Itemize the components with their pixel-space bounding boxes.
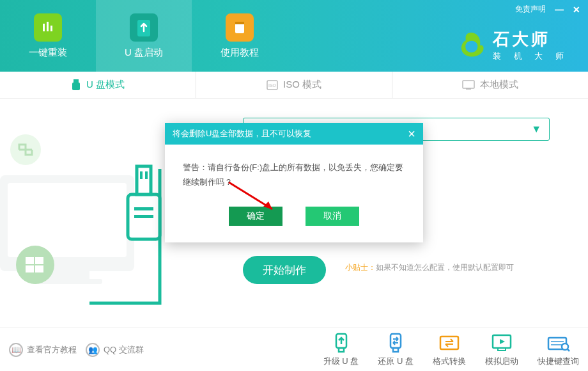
confirm-dialog: 将会删除U盘全部数据，且不可以恢复 × 警告：请自行备份(F:)盘上的所有数据，… [165,123,423,242]
dialog-header: 将会删除U盘全部数据，且不可以恢复 × [165,123,423,145]
dialog-body: 警告：请自行备份(F:)盘上的所有数据，以免丢失，您确定要继续制作吗？ [165,145,423,201]
dialog-warning-text: 警告：请自行备份(F:)盘上的所有数据，以免丢失，您确定要继续制作吗？ [183,162,403,187]
dialog-footer: 确定 取消 [165,201,423,242]
modal-overlay: 将会删除U盘全部数据，且不可以恢复 × 警告：请自行备份(F:)盘上的所有数据，… [0,0,588,371]
dialog-title: 将会删除U盘全部数据，且不可以恢复 [173,128,311,139]
arrow-annotation [225,178,282,217]
dialog-close-button[interactable]: × [408,127,415,140]
cancel-button[interactable]: 取消 [306,207,359,226]
